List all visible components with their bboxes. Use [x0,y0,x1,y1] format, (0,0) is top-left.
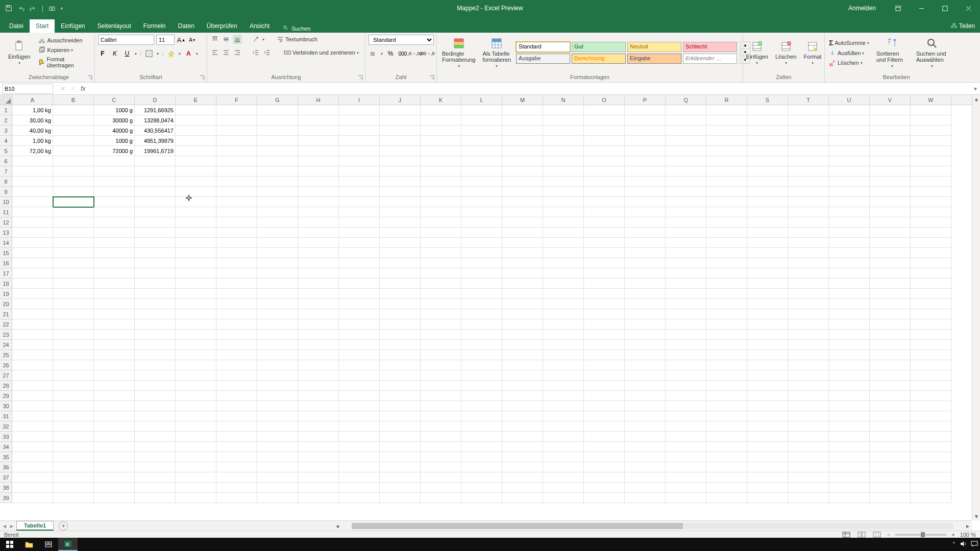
cell[interactable] [12,421,53,432]
cell[interactable] [502,330,543,340]
cell[interactable] [666,289,706,299]
cell[interactable] [216,228,257,238]
cell[interactable] [461,177,502,187]
cell[interactable] [380,421,421,432]
cell[interactable] [625,126,666,136]
row-header[interactable]: 19 [0,289,12,299]
page-layout-view-icon[interactable] [856,531,867,538]
cell[interactable] [216,493,257,503]
row-header[interactable]: 27 [0,370,12,381]
cell[interactable] [216,411,257,421]
cell[interactable] [829,136,870,146]
fill-color-icon[interactable] [166,49,176,58]
cell[interactable] [788,207,829,217]
cell[interactable] [339,279,380,289]
cell[interactable] [666,177,706,187]
cell[interactable] [339,248,380,258]
cell[interactable] [94,411,135,421]
cell[interactable] [53,370,94,381]
cell[interactable] [788,452,829,462]
sign-in-link[interactable]: Anmelden [848,5,876,12]
cell[interactable] [502,268,543,279]
cell[interactable] [747,289,788,299]
cell[interactable] [829,401,870,411]
cell[interactable] [829,228,870,238]
cell[interactable] [788,401,829,411]
cell[interactable] [666,370,706,381]
cell[interactable] [176,442,216,452]
cell[interactable] [706,432,747,442]
cell[interactable] [502,156,543,166]
cell[interactable] [502,462,543,472]
cell[interactable] [380,432,421,442]
cell[interactable] [53,115,94,126]
cell[interactable] [625,452,666,462]
cell-styles-gallery[interactable]: StandardGutNeutralSchlechtAusgabeBerechn… [516,42,737,64]
cell[interactable] [829,156,870,166]
cell[interactable] [12,248,53,258]
cell-style-option[interactable]: Gut [572,42,626,52]
cell[interactable] [829,483,870,493]
cell[interactable] [870,370,911,381]
cell[interactable] [53,299,94,309]
cell[interactable] [461,115,502,126]
grow-font-icon[interactable]: A▲ [177,35,186,44]
cell[interactable] [12,442,53,452]
cell[interactable] [298,483,339,493]
cell[interactable] [502,187,543,197]
cell[interactable] [53,493,94,503]
cell[interactable] [135,228,176,238]
cell[interactable] [625,370,666,381]
cell[interactable] [94,401,135,411]
cell[interactable] [176,381,216,391]
cell[interactable] [706,166,747,177]
cell[interactable] [176,177,216,187]
cell[interactable] [380,330,421,340]
cell[interactable] [257,391,298,401]
cell[interactable] [94,156,135,166]
column-header[interactable]: P [625,95,666,105]
cell[interactable] [502,238,543,248]
cell[interactable] [176,360,216,370]
cell[interactable] [625,330,666,340]
cell[interactable] [584,136,625,146]
cell[interactable] [216,462,257,472]
cell[interactable] [339,391,380,401]
volume-icon[interactable] [960,540,967,548]
cell[interactable] [870,350,911,360]
cell[interactable] [94,238,135,248]
cell[interactable] [257,126,298,136]
cell[interactable] [216,391,257,401]
cell[interactable] [911,166,951,177]
cell[interactable] [257,166,298,177]
cell[interactable] [543,279,584,289]
cell[interactable] [747,166,788,177]
cell[interactable] [870,340,911,350]
cell[interactable] [666,248,706,258]
comma-format-icon[interactable]: 000 [398,49,407,58]
cell[interactable] [706,493,747,503]
cell[interactable] [747,299,788,309]
cell[interactable] [829,462,870,472]
save-icon[interactable] [5,5,12,12]
cell[interactable] [625,401,666,411]
cell[interactable] [502,105,543,115]
cell[interactable] [584,319,625,330]
cell[interactable] [911,401,951,411]
cell[interactable] [298,330,339,340]
cell[interactable] [666,309,706,319]
cell[interactable] [870,197,911,207]
cell[interactable] [502,166,543,177]
cell[interactable] [829,197,870,207]
cell[interactable] [339,156,380,166]
cell[interactable] [666,330,706,340]
increase-decimal-icon[interactable]: ,0→,00 [410,49,420,58]
cell[interactable] [625,207,666,217]
cell[interactable] [870,136,911,146]
row-header[interactable]: 20 [0,299,12,309]
cell[interactable]: 430,556417 [135,126,176,136]
cell[interactable] [584,472,625,483]
cell[interactable] [870,299,911,309]
cell[interactable] [625,177,666,187]
cell[interactable] [421,228,461,238]
